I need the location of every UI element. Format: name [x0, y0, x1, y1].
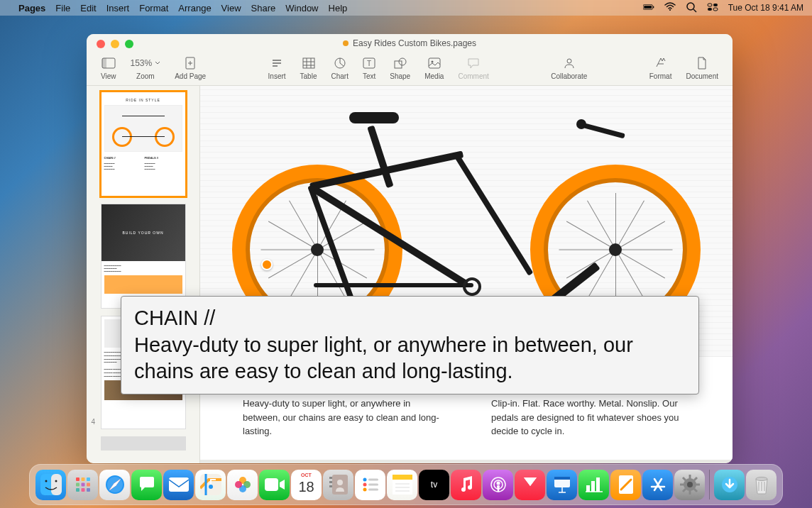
edited-indicator-icon [343, 40, 349, 46]
toolbar-add-page[interactable]: Add Page [170, 55, 210, 80]
battery-icon[interactable] [643, 1, 654, 15]
toolbar-table[interactable]: Table [296, 55, 322, 80]
dock-keynote[interactable] [547, 470, 577, 500]
column-body: Heavy-duty to super light, or anywhere i… [243, 397, 449, 438]
hover-heading: CHAIN // [134, 307, 215, 329]
svg-rect-46 [329, 477, 332, 479]
svg-text:T: T [367, 60, 371, 67]
dock-reminders[interactable] [355, 470, 385, 500]
svg-line-82 [683, 489, 686, 492]
hover-body: Heavy-duty to super light, or anywhere i… [134, 333, 633, 383]
menu-view[interactable]: View [221, 3, 241, 13]
pages-window: Easy Rides Custom Bikes.pages View 153%Z… [87, 34, 733, 463]
toolbar-view[interactable]: View [97, 55, 121, 80]
svg-rect-23 [51, 474, 62, 495]
svg-rect-44 [265, 478, 278, 491]
spotlight-icon[interactable] [686, 1, 697, 15]
dock-system-settings[interactable] [674, 470, 705, 500]
svg-point-20 [431, 61, 433, 63]
menu-file[interactable]: File [55, 3, 70, 13]
window-close[interactable] [97, 40, 105, 48]
svg-rect-11 [102, 58, 106, 68]
dock-safari[interactable] [99, 470, 130, 500]
dock-mail[interactable] [163, 470, 194, 500]
menu-insert[interactable]: Insert [106, 3, 130, 13]
svg-rect-7 [713, 4, 718, 6]
column-body: Clip-in. Flat. Race worthy. Metal. Nonsl… [491, 397, 697, 438]
svg-rect-26 [76, 477, 79, 481]
menu-arrange[interactable]: Arrange [178, 3, 211, 13]
toolbar-shape[interactable]: Shape [385, 55, 415, 80]
svg-point-43 [235, 481, 242, 488]
dock-news[interactable] [515, 470, 545, 500]
page-thumbnails-sidebar[interactable]: RIDE IN STYLE CHAIN //▬▬▬▬▬▬▬▬▬▬▬▬▬▬PEDA… [87, 86, 200, 463]
toolbar-chart[interactable]: Chart [327, 55, 352, 80]
menu-window[interactable]: Window [285, 3, 318, 13]
menu-help[interactable]: Help [329, 3, 348, 13]
svg-rect-8 [708, 8, 712, 11]
dock-trash[interactable] [746, 470, 777, 500]
dock-maps[interactable] [195, 470, 226, 500]
document-page: CHAIN // Heavy-duty to super light, or a… [200, 86, 733, 460]
svg-point-74 [687, 482, 693, 487]
svg-rect-69 [591, 481, 595, 492]
window-minimize[interactable] [111, 40, 119, 48]
toolbar-zoom[interactable]: 153%Zoom [126, 55, 165, 80]
dock-notes[interactable] [387, 470, 417, 500]
menu-edit[interactable]: Edit [80, 3, 96, 13]
svg-rect-32 [76, 488, 79, 492]
dock-music[interactable] [451, 470, 481, 500]
svg-point-49 [337, 480, 343, 485]
hover-text-preview: CHAIN // Heavy-duty to super light, or a… [121, 296, 699, 394]
svg-rect-51 [368, 479, 378, 481]
svg-line-79 [683, 477, 686, 480]
titlebar: Easy Rides Custom Bikes.pages [87, 34, 733, 53]
toolbar-document[interactable]: Document [681, 55, 723, 80]
menu-share[interactable]: Share [251, 3, 276, 13]
svg-rect-28 [87, 477, 90, 481]
dock-downloads[interactable] [714, 470, 745, 500]
toolbar-collaborate[interactable]: Collaborate [547, 55, 591, 80]
thumbnail-page-4[interactable] [101, 436, 186, 451]
dock-appstore[interactable] [642, 470, 673, 500]
dock-photos[interactable] [227, 470, 258, 500]
menu-format[interactable]: Format [139, 3, 168, 13]
dock-podcasts[interactable] [483, 470, 513, 500]
wifi-icon[interactable] [664, 1, 676, 15]
svg-point-21 [567, 59, 571, 63]
dock-messages[interactable] [131, 470, 162, 500]
toolbar-comment: Comment [454, 55, 493, 80]
menubar-clock[interactable]: Tue Oct 18 9:41 AM [728, 3, 803, 13]
dock-calendar[interactable]: OCT18 [291, 470, 322, 500]
dock-launchpad[interactable] [67, 470, 98, 500]
svg-rect-31 [87, 483, 90, 487]
svg-rect-65 [554, 477, 570, 480]
dock-pages[interactable] [610, 470, 641, 500]
svg-point-4 [687, 3, 694, 10]
window-fullscreen[interactable] [125, 40, 133, 48]
dock-finder[interactable] [35, 470, 66, 500]
toolbar-format[interactable]: Format [645, 55, 676, 80]
svg-point-63 [496, 482, 500, 485]
dock-numbers[interactable] [578, 470, 609, 500]
dock-facetime[interactable] [259, 470, 290, 500]
control-center-icon[interactable] [707, 1, 718, 15]
dock: OCT18 tv [29, 464, 783, 505]
thumbnail-page-2[interactable]: BUILD YOUR OWN ▬▬▬▬▬▬▬▬▬▬▬▬▬▬▬▬▬▬▬▬▬▬ 3 [101, 204, 186, 309]
callout-dot[interactable] [261, 259, 273, 270]
toolbar-insert[interactable]: Insert [264, 55, 290, 80]
document-canvas[interactable]: CHAIN // Heavy-duty to super light, or a… [200, 86, 733, 463]
svg-point-25 [55, 480, 57, 482]
svg-point-54 [363, 488, 366, 492]
svg-rect-48 [329, 485, 332, 487]
toolbar-text[interactable]: TText [358, 55, 380, 80]
svg-rect-13 [303, 58, 314, 68]
toolbar-media[interactable]: Media [420, 55, 448, 80]
dock-tv[interactable]: tv [419, 470, 449, 500]
toolbar: View 153%Zoom Add Page Insert Table Char… [87, 53, 733, 86]
thumbnail-page-1[interactable]: RIDE IN STYLE CHAIN //▬▬▬▬▬▬▬▬▬▬▬▬▬▬PEDA… [101, 92, 186, 197]
app-menu[interactable]: Pages [18, 3, 45, 13]
dock-contacts[interactable] [323, 470, 353, 500]
svg-rect-53 [368, 484, 378, 486]
svg-line-5 [693, 9, 696, 12]
